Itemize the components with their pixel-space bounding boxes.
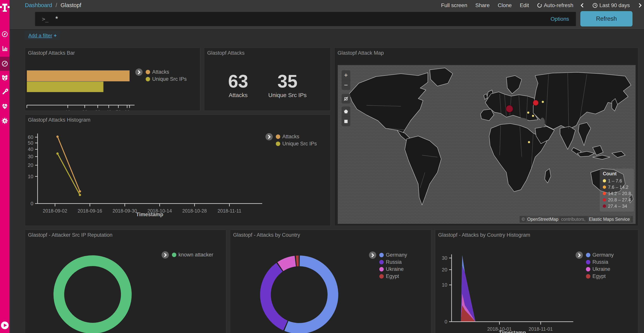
- legend-item[interactable]: Attacks: [276, 133, 317, 140]
- sidebar-item-dev-tools[interactable]: [0, 85, 10, 99]
- clone-button[interactable]: Clone: [498, 2, 512, 9]
- openstreetmap-link[interactable]: OpenStreetMap: [526, 216, 560, 222]
- legend-toggle-button[interactable]: [369, 251, 376, 259]
- legend-swatch: [379, 267, 384, 271]
- draw-polygon-button[interactable]: [342, 107, 350, 116]
- src-ip-reputation-donut: [25, 230, 226, 333]
- legend-item[interactable]: Attacks: [146, 69, 187, 76]
- panel-title: Glastopf - Attacks by Country: [233, 232, 300, 238]
- metric-value: 63: [228, 72, 248, 90]
- bar-chart-icon: [1, 45, 8, 52]
- svg-text:60: 60: [28, 134, 33, 140]
- telekom-logo[interactable]: [0, 1, 10, 14]
- zoom-out-button[interactable]: −: [342, 80, 350, 90]
- panel-attacks-by-country: Glastopf - Attacks by Country GermanyRus…: [230, 230, 431, 333]
- legend-swatch: [379, 253, 384, 257]
- svg-text:20: 20: [442, 267, 447, 272]
- legend-item[interactable]: Russia: [586, 259, 614, 266]
- chevron-right-icon: [163, 253, 167, 257]
- sidebar-item-timelion[interactable]: [0, 71, 10, 85]
- draw-rectangle-button[interactable]: [342, 116, 350, 126]
- clock-icon: [592, 3, 598, 8]
- time-back-button[interactable]: [581, 4, 584, 7]
- legend-swatch: [146, 70, 150, 74]
- svg-text:30: 30: [28, 154, 33, 159]
- legend-toggle-button[interactable]: [266, 133, 273, 140]
- panel-title: Glastopf Attacks: [207, 50, 244, 56]
- legend-rows: GermanyRussiaUkraineEgypt: [586, 251, 614, 280]
- legend: known attacker: [162, 251, 213, 259]
- svg-text:2018-11-11: 2018-11-11: [218, 208, 241, 213]
- legend-toggle-button[interactable]: [162, 251, 169, 259]
- svg-text:10: 10: [28, 174, 33, 179]
- svg-text:60: 60: [124, 109, 130, 111]
- share-button[interactable]: Share: [475, 2, 490, 9]
- legend: GermanyRussiaUkraineEgypt: [576, 251, 614, 280]
- auto-refresh-button[interactable]: Auto-refresh: [537, 2, 573, 9]
- legend-toggle-button[interactable]: [135, 69, 142, 76]
- refresh-button[interactable]: Refresh: [580, 11, 632, 27]
- map-legend-swatch: [603, 185, 606, 189]
- legend-item[interactable]: known attacker: [172, 251, 213, 258]
- breadcrumb-dashboard-link[interactable]: Dashboard: [25, 2, 52, 8]
- map-legend-label: 27.4 – 34: [608, 203, 627, 209]
- legend-item[interactable]: Germany: [586, 251, 614, 259]
- sidebar-item-discover[interactable]: [0, 27, 10, 41]
- otter-icon: [1, 74, 8, 82]
- sidebar-item-management[interactable]: [0, 114, 10, 128]
- world-map-svg: [338, 65, 636, 224]
- sidebar-item-monitoring[interactable]: [0, 99, 10, 113]
- sidebar-item-dashboard[interactable]: [0, 57, 10, 71]
- legend-item[interactable]: Unique Src IPs: [146, 76, 187, 83]
- plus-icon: +: [54, 33, 56, 38]
- legend-label: Germany: [386, 252, 407, 258]
- crop-icon: [343, 96, 349, 102]
- full-screen-button[interactable]: Full screen: [441, 2, 467, 9]
- legend-toggle-button[interactable]: [576, 251, 583, 259]
- gauge-icon: [1, 60, 8, 67]
- legend-label: Egypt: [386, 273, 399, 279]
- fit-bounds-button[interactable]: [342, 94, 350, 104]
- add-filter-button[interactable]: Add a filter+: [25, 32, 60, 40]
- legend-item[interactable]: Ukraine: [379, 266, 407, 273]
- legend-item[interactable]: Unique Src IPs: [276, 140, 317, 147]
- breadcrumb: Dashboard / Glastopf: [25, 2, 81, 9]
- svg-text:20: 20: [82, 109, 88, 111]
- legend-label: Unique Src IPs: [282, 141, 317, 147]
- breadcrumb-separator: /: [56, 2, 57, 8]
- sidebar-item-visualize[interactable]: [0, 41, 10, 56]
- legend-swatch: [276, 142, 280, 146]
- metric-unique-src-ips: 35 Unique Src IPs: [268, 72, 307, 98]
- legend-item[interactable]: Egypt: [586, 273, 614, 280]
- time-range-picker[interactable]: Last 90 days: [592, 2, 630, 9]
- map-legend-rows: 1 – 7.67.6 – 14.214.2 – 20.820.8 – 27.42…: [603, 178, 631, 209]
- refresh-cycle-icon: [537, 3, 542, 8]
- legend-swatch: [586, 267, 590, 271]
- query-options-link[interactable]: Options: [551, 16, 569, 22]
- svg-text:20: 20: [28, 162, 33, 168]
- query-input[interactable]: >_ * Options: [35, 12, 576, 26]
- legend-item[interactable]: Russia: [379, 259, 407, 266]
- panel-title: Glastopf - Attacker Src IP Reputation: [28, 232, 112, 238]
- panel-title: Glastopf Attack Map: [338, 50, 384, 56]
- legend-item[interactable]: Ukraine: [586, 266, 614, 273]
- svg-text:10: 10: [65, 109, 70, 111]
- svg-text:30: 30: [95, 109, 100, 111]
- zoom-in-button[interactable]: +: [342, 70, 350, 80]
- svg-text:30: 30: [442, 255, 447, 261]
- top-navigation-bar: Dashboard / Glastopf Full screen Share C…: [10, 0, 644, 29]
- world-map[interactable]: + −: [338, 65, 636, 224]
- legend-item[interactable]: Egypt: [379, 273, 407, 280]
- chevron-right-icon: [370, 253, 374, 257]
- legend-item[interactable]: Germany: [379, 251, 407, 259]
- time-forward-button[interactable]: [638, 4, 641, 7]
- svg-text:10: 10: [442, 282, 447, 288]
- elastic-maps-service-link[interactable]: Elastic Maps Service: [588, 216, 631, 222]
- legend-rows: AttacksUnique Src IPs: [146, 69, 187, 83]
- edit-button[interactable]: Edit: [520, 2, 529, 9]
- chevron-right-icon: [266, 135, 271, 139]
- heartbeat-icon: [1, 103, 8, 110]
- sidebar-expand-button[interactable]: [0, 321, 9, 329]
- legend-swatch: [586, 253, 590, 257]
- chevron-right-icon: [577, 253, 581, 257]
